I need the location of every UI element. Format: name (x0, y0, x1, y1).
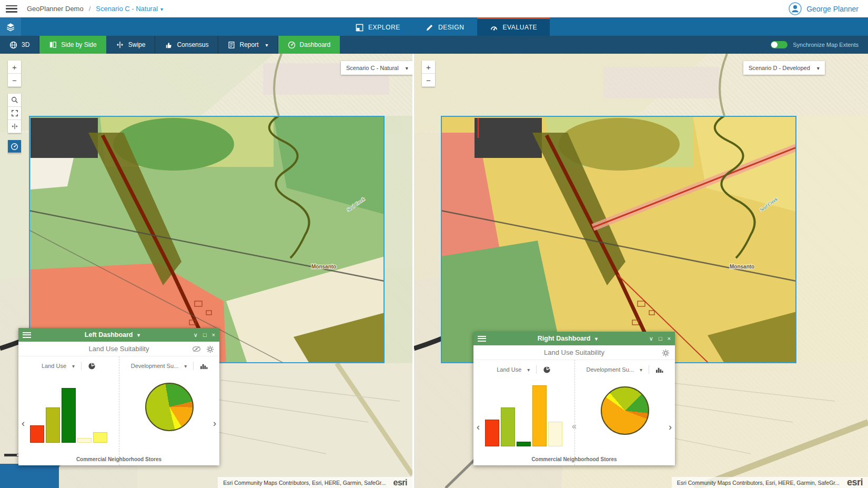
hand-icon (165, 41, 173, 49)
hamburger-menu-icon[interactable] (6, 5, 17, 13)
full-extent-button[interactable] (8, 107, 21, 120)
layers-icon (6, 22, 15, 32)
search-button[interactable] (8, 94, 21, 107)
chart-type-selector[interactable]: Development Su... ▾ (586, 366, 642, 373)
dashboard-charts: Land Use ▾ Development Su... ▾ (18, 356, 219, 465)
attribution-text: Esri Community Maps Contributors, Esri, … (223, 480, 386, 486)
development-suitability-pie-chart (145, 383, 194, 431)
map-place-label: Monsanto (311, 264, 336, 270)
land-use-bar-chart (30, 381, 107, 443)
side-by-side-button[interactable]: Side by Side (39, 36, 106, 54)
consensus-button[interactable]: Consensus (155, 36, 218, 54)
report-icon (228, 41, 235, 49)
expand-arrows-icon (11, 109, 18, 117)
bar-chart-icon[interactable] (200, 363, 208, 370)
sync-extents-control: Synchronize Map Extents (771, 36, 868, 54)
left-map-attribution: Esri Community Maps Contributors, Esri, … (218, 477, 412, 488)
zoom-in-button[interactable]: + (8, 61, 21, 74)
dashboard-title-dropdown[interactable]: Left Dashboard ▾ (31, 331, 194, 338)
zoom-in-button[interactable]: + (422, 61, 435, 74)
evaluate-toolbar: 3D Side by Side Swipe Consensus Report ▾ (0, 36, 868, 54)
dashboard-title-dropdown[interactable]: Right Dashboard ▾ (486, 335, 649, 342)
collapse-icon[interactable]: ∨ (194, 332, 198, 338)
3d-button[interactable]: 3D (0, 36, 39, 54)
map-place-label: Monsanto (730, 264, 754, 270)
attribution-text: Esri Community Maps Contributors, Esri, … (677, 480, 840, 486)
maximize-icon[interactable]: □ (203, 332, 207, 338)
dashboard-toggle-button[interactable] (8, 140, 21, 153)
tab-explore[interactable]: EXPLORE (343, 17, 413, 36)
right-scenario-selector[interactable]: Scenario D - Developed ▾ (743, 61, 825, 75)
widget-title-row: Land Use Suitability (473, 345, 675, 360)
carousel-prev-arrow[interactable]: ‹ (22, 419, 25, 428)
gear-icon[interactable] (662, 349, 670, 357)
carousel-prev-arrow[interactable]: ‹ (477, 422, 480, 432)
layers-button[interactable] (0, 17, 21, 36)
chevron-down-icon: ▾ (817, 65, 820, 71)
compare-swipe-button[interactable] (8, 120, 21, 133)
tab-design[interactable]: DESIGN (413, 17, 477, 36)
right-dashboard-header: Right Dashboard ▾ ∨ □ × (473, 332, 675, 345)
tab-evaluate[interactable]: EVALUATE (477, 17, 550, 36)
bar-chart-icon[interactable] (655, 366, 663, 373)
report-button[interactable]: Report ▾ (218, 36, 278, 54)
explore-map-icon (356, 24, 364, 32)
land-use-chart-panel: Land Use ▾ (18, 356, 119, 465)
right-map-attribution: Esri Community Maps Contributors, Esri, … (672, 477, 868, 488)
dashboard-gauge-icon (288, 41, 296, 49)
dashboard-gauge-icon (11, 143, 18, 151)
left-dashboard-panel: Left Dashboard ▾ ∨ □ × Land Use Suitabil… (18, 328, 219, 465)
chevron-down-icon: ▾ (266, 42, 268, 48)
pie-chart-icon[interactable] (543, 366, 551, 374)
chart-type-selector[interactable]: Land Use ▾ (42, 363, 75, 369)
chart-type-selector[interactable]: Development Su... ▾ (131, 363, 187, 369)
chart-type-selector[interactable]: Land Use ▾ (497, 366, 530, 373)
app-title: GeoPlanner Demo (27, 5, 84, 13)
pie-chart-icon[interactable] (88, 362, 96, 370)
development-suitability-pie-chart (601, 386, 649, 435)
carousel-next-arrow[interactable]: › (669, 422, 672, 432)
maximize-icon[interactable]: □ (659, 335, 662, 342)
side-by-side-icon (49, 41, 57, 48)
window-controls: ∨ □ × (649, 335, 671, 342)
close-icon[interactable]: × (668, 335, 671, 342)
gear-icon[interactable] (206, 345, 214, 353)
swipe-button[interactable]: Swipe (106, 36, 156, 54)
chevron-down-icon: ▾ (137, 332, 140, 338)
globe-icon (9, 41, 17, 49)
sync-toggle[interactable] (771, 41, 788, 48)
eye-slash-icon[interactable] (192, 346, 201, 352)
chevron-down-icon: ▾ (406, 65, 408, 71)
dashboard-button[interactable]: Dashboard (278, 36, 340, 54)
right-map-controls: + − (422, 61, 435, 87)
swipe-icon (116, 41, 124, 48)
window-controls: ∨ □ × (194, 332, 215, 338)
user-menu[interactable]: George Planner (789, 0, 859, 17)
scenario-breadcrumb-link[interactable]: Scenario C - Natural▾ (96, 5, 163, 13)
user-avatar-icon (789, 2, 802, 15)
esri-logo: esri (847, 477, 863, 488)
development-suitability-chart-panel: Development Su... ▾ (574, 360, 675, 465)
close-icon[interactable]: × (212, 332, 215, 338)
gauge-icon (490, 24, 498, 32)
left-scenario-selector[interactable]: Scenario C - Natural ▾ (341, 61, 412, 75)
zoom-out-button[interactable]: − (8, 74, 21, 87)
primary-navbar: EXPLORE DESIGN EVALUATE (0, 17, 868, 36)
dashboard-menu-icon[interactable] (478, 336, 486, 342)
swipe-arrows-icon (11, 123, 18, 130)
dashboard-menu-icon[interactable] (23, 332, 31, 338)
right-dashboard-panel: Right Dashboard ▾ ∨ □ × Land Use Suitabi… (473, 332, 675, 465)
zoom-out-button[interactable]: − (422, 74, 435, 87)
sync-toggle-label: Synchronize Map Extents (793, 42, 859, 48)
search-icon (11, 96, 18, 104)
chevron-down-icon: ▾ (72, 363, 75, 369)
user-name: George Planner (806, 5, 859, 13)
carousel-next-arrow[interactable]: › (213, 419, 216, 428)
chart-caption: Commercial Neighborhood Stores (473, 456, 675, 462)
dashboard-charts: Land Use ▾ Development Su... ▾ (473, 360, 675, 465)
collapse-icon[interactable]: ∨ (649, 335, 653, 342)
widget-title-row: Land Use Suitability (18, 342, 219, 356)
chevron-down-icon: ▾ (640, 367, 642, 373)
pencil-icon (426, 24, 433, 32)
carousel-collapse-arrow[interactable]: « (572, 422, 577, 431)
